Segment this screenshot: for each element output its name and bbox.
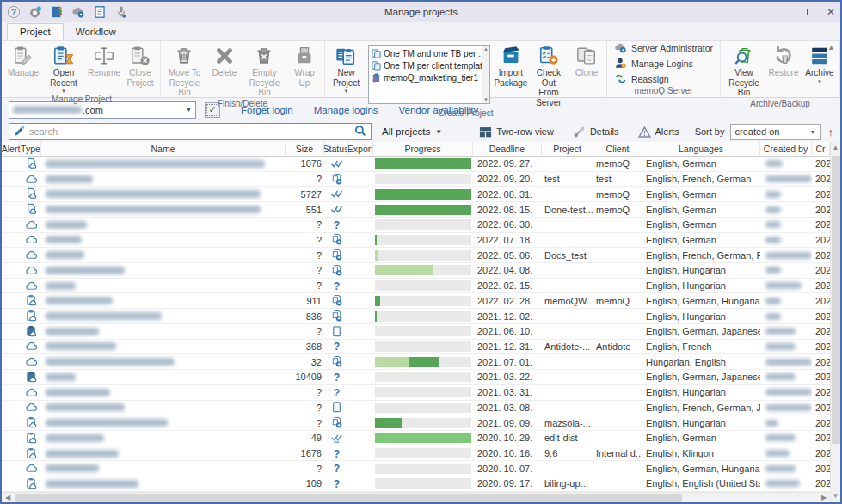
sort-by-dropdown[interactable]: created on ▼ xyxy=(730,124,821,140)
project-type-cloud-icon xyxy=(21,354,41,369)
table-row[interactable]: 109?2020. 09. 17.biling-up...English, En… xyxy=(2,476,830,492)
new-project-button[interactable]: New Project▼ xyxy=(327,43,366,108)
project-type-cloud-icon xyxy=(21,248,41,262)
template-list-scrollbar[interactable]: ▲▼ xyxy=(482,46,489,103)
column-header-project[interactable]: Project xyxy=(542,142,593,156)
sort-direction-button[interactable]: ↑ xyxy=(828,126,834,138)
client-cell: memoQ xyxy=(593,202,642,217)
wrap-up-button[interactable]: Wrap Up xyxy=(286,43,323,98)
tab-project[interactable]: Project xyxy=(7,23,64,40)
scroll-left-icon[interactable]: ◀ xyxy=(2,494,14,501)
import-package-icon xyxy=(500,45,522,67)
table-row[interactable]: ?2022. 05. 06.Docs_testEnglish, French, … xyxy=(2,248,830,263)
table-row[interactable]: ?2021. 03. 08.English, French, German, J… xyxy=(2,401,830,416)
column-header-type[interactable]: Type xyxy=(21,142,41,156)
languages-cell: English, German, Japanese xyxy=(642,324,760,339)
template-option[interactable]: One TM per client template xyxy=(372,59,482,71)
scroll-right-icon[interactable]: ▶ xyxy=(818,494,830,501)
alerts-toggle[interactable]: Alerts xyxy=(638,126,679,138)
template-option[interactable]: memoQ_marketing_tier1 xyxy=(372,71,482,83)
table-row[interactable]: 5512022. 08. 15.Done-test...memoQEnglish… xyxy=(2,202,830,218)
horizontal-scroll-thumb[interactable] xyxy=(15,494,682,502)
table-row[interactable]: ?2021. 06. 10.English, German, Japanese2… xyxy=(2,324,830,340)
table-row[interactable]: 57272022. 08. 31.memoQEnglish, German202 xyxy=(2,187,830,202)
column-header-deadline[interactable]: Deadline xyxy=(473,142,542,156)
resource-console-icon[interactable] xyxy=(50,5,64,19)
move-to-recycle-bin-button[interactable]: Move To Recycle Bin xyxy=(163,43,206,98)
close-button[interactable]: ✕ xyxy=(827,7,835,17)
table-row[interactable]: 492020. 10. 29.edit-distEnglish, German2… xyxy=(2,431,830,446)
restore-button[interactable]: Restore xyxy=(765,43,802,98)
server-administrator-button[interactable]: Server Administrator xyxy=(614,41,713,54)
table-row[interactable]: ??2021. 03. 31.English, Hungarian202 xyxy=(2,385,830,401)
languages-cell: English, French, German, Japa... xyxy=(642,401,760,415)
project-scope-filter[interactable]: All projects ▼ xyxy=(382,126,442,137)
check-out-from-server-button[interactable]: Check Out From Server xyxy=(529,43,569,108)
scroll-up-icon[interactable]: ▲ xyxy=(831,142,840,154)
options-gear-icon[interactable] xyxy=(28,5,42,19)
search-input[interactable] xyxy=(29,126,350,137)
column-header-created-by[interactable]: Created by xyxy=(760,142,812,156)
column-header-export[interactable]: Export xyxy=(348,142,373,156)
dictation-microphone-icon[interactable] xyxy=(114,5,128,19)
table-row[interactable]: 10762022. 09. 27.memoQEnglish, German202 xyxy=(2,157,830,172)
deadline-cell: 2022. 07. 18. xyxy=(473,233,542,248)
column-header-progress[interactable]: Progress xyxy=(373,142,473,156)
vertical-scrollbar[interactable]: ▲ ▼ xyxy=(830,142,840,502)
server-administrator-quick-icon[interactable] xyxy=(71,5,85,19)
table-row[interactable]: ??2020. 10. 07.English, German, Hungaria… xyxy=(2,461,830,476)
column-header-cr[interactable]: Cr xyxy=(812,142,830,156)
close-project-button[interactable]: Close Project xyxy=(122,43,158,94)
scroll-down-icon[interactable]: ▼ xyxy=(831,490,840,502)
vertical-scroll-thumb[interactable] xyxy=(832,156,840,444)
table-row[interactable]: ??2022. 06. 30.English, German202 xyxy=(2,218,830,233)
manage-logins-button[interactable]: Manage Logins xyxy=(614,57,713,70)
table-row[interactable]: ?2021. 09. 09.mazsola-...English, Hungar… xyxy=(2,415,830,431)
view-recycle-bin-button[interactable]: View Recycle Bin xyxy=(722,43,765,98)
table-row[interactable]: ??2022. 02. 15.English, Hungarian202 xyxy=(2,279,830,294)
restore-icon xyxy=(772,45,795,67)
created-on-cell: 202 xyxy=(812,431,830,446)
reassign-icon xyxy=(614,72,627,85)
delete-icon xyxy=(213,45,236,67)
help-icon[interactable]: ? xyxy=(7,5,21,19)
clone-button[interactable]: Clone xyxy=(569,43,605,108)
table-row[interactable]: 8362021. 12. 02.English, Hungarian202 xyxy=(2,309,830,324)
template-option[interactable]: One TM and one TB per ... xyxy=(372,47,482,59)
rename-button[interactable]: Rename xyxy=(86,43,122,94)
column-header-client[interactable]: Client xyxy=(593,142,642,156)
table-row[interactable]: ?2022. 07. 18.English, German202 xyxy=(2,233,830,249)
open-recent-button[interactable]: Open Recent▼ xyxy=(41,43,86,94)
table-row[interactable]: 1676?2020. 10. 16.9.6Internal d...Englis… xyxy=(2,446,830,462)
column-header-languages[interactable]: Languages xyxy=(642,142,760,156)
details-toggle[interactable]: Details xyxy=(573,126,619,138)
sort-by-label: Sort by xyxy=(695,126,725,137)
search-icon[interactable] xyxy=(354,125,366,138)
column-header-status[interactable]: Status xyxy=(324,142,348,156)
table-row[interactable]: 368?2021. 12. 31.Antidote-...AntidoteEng… xyxy=(2,340,830,355)
project-template-listbox[interactable]: One TM and one TB per ...One TM per clie… xyxy=(368,45,490,104)
tab-workflow[interactable]: Workflow xyxy=(64,24,128,40)
table-row[interactable]: 10409?2021. 03. 22.English, German, Japa… xyxy=(2,370,830,385)
delete-button[interactable]: Delete xyxy=(206,43,243,98)
table-row[interactable]: ?2022. 09. 20.testtestEnglish, French, G… xyxy=(2,172,830,187)
column-header-name[interactable]: Name xyxy=(41,142,286,156)
notes-icon[interactable] xyxy=(93,5,107,19)
client-cell: memoQ xyxy=(593,187,642,201)
column-header-size[interactable]: Size xyxy=(286,142,324,156)
progress-bar xyxy=(373,233,473,248)
two-row-view-toggle[interactable]: Two-row view xyxy=(479,126,554,138)
table-row[interactable]: 322021. 07. 01.Hungarian, English202 xyxy=(2,354,830,370)
horizontal-scrollbar[interactable]: ◀ ▶ xyxy=(2,492,830,502)
alert-cell xyxy=(2,431,21,446)
table-row[interactable]: ?2022. 04. 08.English, Hungarian202 xyxy=(2,263,830,279)
maximize-button[interactable] xyxy=(807,9,814,15)
column-header-alert[interactable]: Alert xyxy=(2,142,21,156)
empty-recycle-bin-button[interactable]: Empty Recycle Bin xyxy=(243,43,286,98)
collapse-ribbon-icon[interactable]: ▲ xyxy=(827,43,835,52)
languages-cell: English, German xyxy=(642,218,760,232)
import-package-button[interactable]: Import Package xyxy=(493,43,529,108)
manage-button[interactable]: Manage xyxy=(5,43,41,94)
table-row[interactable]: 9112022. 02. 28.memoQW...memoQEnglish, G… xyxy=(2,293,830,309)
reassign-button[interactable]: Reassign xyxy=(614,72,713,85)
